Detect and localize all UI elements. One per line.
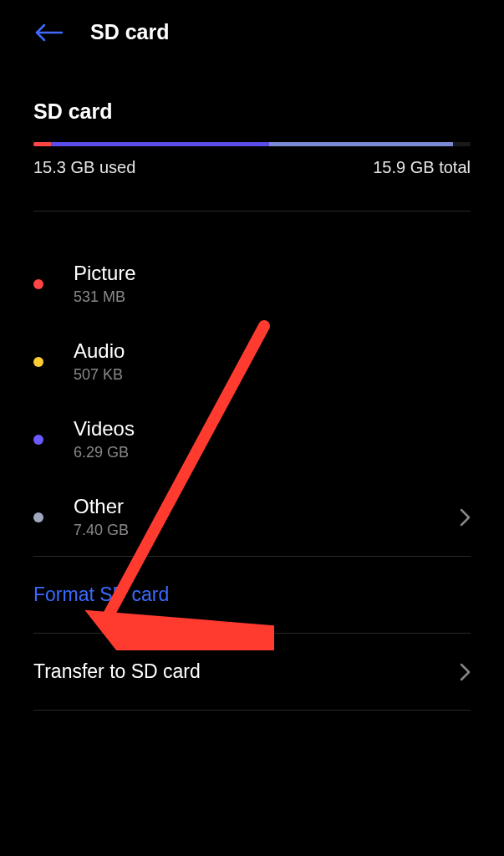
page-title: SD card	[90, 20, 169, 44]
chevron-right-icon	[459, 663, 471, 681]
used-label: 15.3 GB used	[33, 158, 135, 177]
progress-segment-other	[269, 142, 453, 146]
category-name: Videos	[74, 417, 471, 441]
category-size: 531 MB	[74, 288, 471, 306]
category-name: Picture	[74, 262, 471, 285]
dot-icon	[33, 279, 43, 289]
category-size: 7.40 GB	[74, 522, 459, 539]
category-item-picture[interactable]: Picture 531 MB	[33, 245, 471, 323]
chevron-right-icon	[459, 508, 471, 527]
divider	[33, 211, 471, 211]
transfer-label: Transfer to SD card	[33, 660, 201, 683]
total-label: 15.9 GB total	[373, 158, 471, 177]
category-item-audio[interactable]: Audio 507 KB	[33, 323, 471, 400]
format-sd-card-button[interactable]: Format SD card	[33, 557, 471, 633]
category-name: Audio	[74, 339, 471, 363]
progress-segment-picture	[33, 142, 51, 146]
back-arrow-icon[interactable]	[33, 23, 64, 42]
storage-progress-bar	[33, 142, 471, 146]
storage-summary: 15.3 GB used 15.9 GB total	[33, 158, 471, 177]
category-size: 507 KB	[74, 366, 471, 384]
section-title-sdcard: SD card	[33, 99, 471, 124]
category-size: 6.29 GB	[74, 444, 471, 461]
app-header: SD card	[0, 0, 504, 59]
category-name: Other	[74, 495, 459, 518]
progress-segment-videos	[51, 142, 270, 146]
dot-icon	[33, 512, 43, 522]
category-item-videos[interactable]: Videos 6.29 GB	[33, 400, 471, 478]
divider	[33, 710, 471, 711]
category-item-other[interactable]: Other 7.40 GB	[33, 478, 471, 556]
transfer-sd-card-button[interactable]: Transfer to SD card	[33, 634, 471, 710]
dot-icon	[33, 357, 43, 367]
dot-icon	[33, 435, 43, 445]
